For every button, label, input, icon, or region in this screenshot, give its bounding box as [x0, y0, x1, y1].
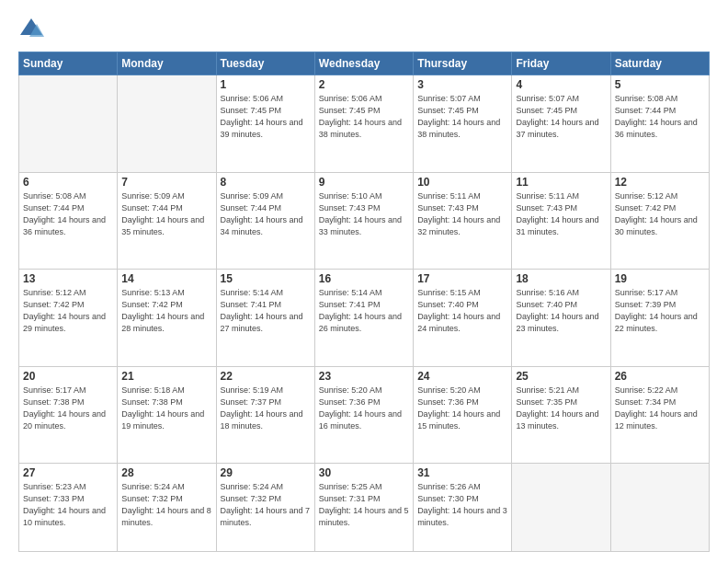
day-number: 14 — [121, 272, 211, 285]
calendar-table: SundayMondayTuesdayWednesdayThursdayFrid… — [18, 52, 710, 552]
calendar-cell: 2 Sunrise: 5:06 AM Sunset: 7:45 PM Dayli… — [314, 75, 413, 173]
calendar-cell: 3 Sunrise: 5:07 AM Sunset: 7:45 PM Dayli… — [414, 75, 512, 173]
day-number: 20 — [23, 370, 113, 383]
calendar-cell — [512, 464, 610, 552]
day-number: 22 — [221, 370, 311, 383]
calendar-week-1: 1 Sunrise: 5:06 AM Sunset: 7:45 PM Dayli… — [19, 75, 710, 173]
calendar-cell: 1 Sunrise: 5:06 AM Sunset: 7:45 PM Dayli… — [216, 75, 314, 173]
calendar-cell: 9 Sunrise: 5:10 AM Sunset: 7:43 PM Dayli… — [314, 172, 413, 270]
calendar-cell: 22 Sunrise: 5:19 AM Sunset: 7:37 PM Dayl… — [216, 366, 314, 464]
day-info: Sunrise: 5:24 AM Sunset: 7:32 PM Dayligh… — [221, 481, 311, 529]
calendar-cell: 30 Sunrise: 5:25 AM Sunset: 7:31 PM Dayl… — [314, 464, 413, 552]
day-info: Sunrise: 5:06 AM Sunset: 7:45 PM Dayligh… — [319, 93, 409, 141]
calendar-header-monday: Monday — [118, 52, 216, 75]
calendar-cell: 6 Sunrise: 5:08 AM Sunset: 7:44 PM Dayli… — [19, 172, 118, 270]
calendar-header-wednesday: Wednesday — [314, 52, 413, 75]
day-info: Sunrise: 5:24 AM Sunset: 7:32 PM Dayligh… — [121, 481, 211, 529]
day-number: 8 — [221, 176, 311, 189]
calendar-header-row: SundayMondayTuesdayWednesdayThursdayFrid… — [19, 52, 710, 75]
day-number: 31 — [417, 466, 507, 479]
header — [18, 17, 710, 42]
day-info: Sunrise: 5:14 AM Sunset: 7:41 PM Dayligh… — [319, 287, 409, 335]
day-info: Sunrise: 5:15 AM Sunset: 7:40 PM Dayligh… — [417, 287, 507, 335]
day-info: Sunrise: 5:06 AM Sunset: 7:45 PM Dayligh… — [221, 93, 311, 141]
day-number: 5 — [615, 78, 705, 91]
day-number: 11 — [516, 176, 606, 189]
day-info: Sunrise: 5:13 AM Sunset: 7:42 PM Dayligh… — [121, 287, 211, 335]
day-number: 21 — [121, 370, 211, 383]
day-info: Sunrise: 5:07 AM Sunset: 7:45 PM Dayligh… — [417, 93, 507, 141]
calendar-cell: 10 Sunrise: 5:11 AM Sunset: 7:43 PM Dayl… — [414, 172, 512, 270]
calendar-cell: 17 Sunrise: 5:15 AM Sunset: 7:40 PM Dayl… — [414, 270, 512, 367]
calendar-cell: 23 Sunrise: 5:20 AM Sunset: 7:36 PM Dayl… — [314, 366, 413, 464]
day-info: Sunrise: 5:08 AM Sunset: 7:44 PM Dayligh… — [23, 190, 113, 238]
calendar-week-2: 6 Sunrise: 5:08 AM Sunset: 7:44 PM Dayli… — [19, 172, 710, 270]
day-number: 1 — [221, 78, 311, 91]
day-info: Sunrise: 5:20 AM Sunset: 7:36 PM Dayligh… — [319, 385, 409, 432]
day-number: 23 — [319, 370, 409, 383]
calendar-cell: 24 Sunrise: 5:20 AM Sunset: 7:36 PM Dayl… — [414, 366, 512, 464]
calendar-week-4: 20 Sunrise: 5:17 AM Sunset: 7:38 PM Dayl… — [19, 366, 710, 464]
day-number: 10 — [417, 176, 507, 189]
calendar-cell: 15 Sunrise: 5:14 AM Sunset: 7:41 PM Dayl… — [216, 270, 314, 367]
calendar-cell: 19 Sunrise: 5:17 AM Sunset: 7:39 PM Dayl… — [610, 270, 709, 367]
day-number: 6 — [23, 176, 113, 189]
calendar-cell: 21 Sunrise: 5:18 AM Sunset: 7:38 PM Dayl… — [118, 366, 216, 464]
day-number: 12 — [615, 176, 705, 189]
calendar-cell: 13 Sunrise: 5:12 AM Sunset: 7:42 PM Dayl… — [19, 270, 118, 367]
day-info: Sunrise: 5:07 AM Sunset: 7:45 PM Dayligh… — [516, 93, 606, 141]
day-info: Sunrise: 5:12 AM Sunset: 7:42 PM Dayligh… — [23, 287, 113, 335]
calendar-cell: 28 Sunrise: 5:24 AM Sunset: 7:32 PM Dayl… — [118, 464, 216, 552]
calendar-cell — [19, 75, 118, 173]
calendar-header-thursday: Thursday — [414, 52, 512, 75]
day-info: Sunrise: 5:18 AM Sunset: 7:38 PM Dayligh… — [121, 385, 211, 432]
day-info: Sunrise: 5:23 AM Sunset: 7:33 PM Dayligh… — [23, 481, 113, 529]
day-info: Sunrise: 5:14 AM Sunset: 7:41 PM Dayligh… — [221, 287, 311, 335]
calendar-cell: 31 Sunrise: 5:26 AM Sunset: 7:30 PM Dayl… — [414, 464, 512, 552]
day-number: 25 — [516, 370, 606, 383]
calendar-cell: 12 Sunrise: 5:12 AM Sunset: 7:42 PM Dayl… — [610, 172, 709, 270]
calendar-cell: 25 Sunrise: 5:21 AM Sunset: 7:35 PM Dayl… — [512, 366, 610, 464]
calendar-cell — [118, 75, 216, 173]
calendar-cell: 5 Sunrise: 5:08 AM Sunset: 7:44 PM Dayli… — [610, 75, 709, 173]
day-info: Sunrise: 5:10 AM Sunset: 7:43 PM Dayligh… — [319, 190, 409, 238]
day-info: Sunrise: 5:19 AM Sunset: 7:37 PM Dayligh… — [221, 385, 311, 432]
day-info: Sunrise: 5:20 AM Sunset: 7:36 PM Dayligh… — [417, 385, 507, 432]
page: SundayMondayTuesdayWednesdayThursdayFrid… — [0, 0, 728, 563]
day-number: 3 — [417, 78, 507, 91]
logo-icon — [18, 17, 44, 42]
calendar-cell — [610, 464, 709, 552]
calendar-cell: 18 Sunrise: 5:16 AM Sunset: 7:40 PM Dayl… — [512, 270, 610, 367]
day-number: 30 — [319, 466, 409, 479]
day-info: Sunrise: 5:12 AM Sunset: 7:42 PM Dayligh… — [615, 190, 705, 238]
calendar-cell: 8 Sunrise: 5:09 AM Sunset: 7:44 PM Dayli… — [216, 172, 314, 270]
logo — [18, 17, 48, 42]
day-info: Sunrise: 5:25 AM Sunset: 7:31 PM Dayligh… — [319, 481, 409, 529]
day-number: 17 — [417, 272, 507, 285]
calendar-cell: 29 Sunrise: 5:24 AM Sunset: 7:32 PM Dayl… — [216, 464, 314, 552]
calendar-cell: 4 Sunrise: 5:07 AM Sunset: 7:45 PM Dayli… — [512, 75, 610, 173]
calendar-header-saturday: Saturday — [610, 52, 709, 75]
calendar-cell: 11 Sunrise: 5:11 AM Sunset: 7:43 PM Dayl… — [512, 172, 610, 270]
calendar-cell: 7 Sunrise: 5:09 AM Sunset: 7:44 PM Dayli… — [118, 172, 216, 270]
day-number: 9 — [319, 176, 409, 189]
calendar-cell: 26 Sunrise: 5:22 AM Sunset: 7:34 PM Dayl… — [610, 366, 709, 464]
day-number: 15 — [221, 272, 311, 285]
day-info: Sunrise: 5:17 AM Sunset: 7:38 PM Dayligh… — [23, 385, 113, 432]
calendar-cell: 16 Sunrise: 5:14 AM Sunset: 7:41 PM Dayl… — [314, 270, 413, 367]
day-number: 4 — [516, 78, 606, 91]
day-number: 24 — [417, 370, 507, 383]
day-info: Sunrise: 5:11 AM Sunset: 7:43 PM Dayligh… — [417, 190, 507, 238]
calendar-header-friday: Friday — [512, 52, 610, 75]
day-number: 28 — [121, 466, 211, 479]
day-number: 27 — [23, 466, 113, 479]
day-info: Sunrise: 5:16 AM Sunset: 7:40 PM Dayligh… — [516, 287, 606, 335]
day-number: 26 — [615, 370, 705, 383]
day-info: Sunrise: 5:09 AM Sunset: 7:44 PM Dayligh… — [221, 190, 311, 238]
calendar-cell: 14 Sunrise: 5:13 AM Sunset: 7:42 PM Dayl… — [118, 270, 216, 367]
day-number: 29 — [221, 466, 311, 479]
day-info: Sunrise: 5:26 AM Sunset: 7:30 PM Dayligh… — [417, 481, 507, 529]
day-info: Sunrise: 5:21 AM Sunset: 7:35 PM Dayligh… — [516, 385, 606, 432]
day-info: Sunrise: 5:09 AM Sunset: 7:44 PM Dayligh… — [121, 190, 211, 238]
day-number: 7 — [121, 176, 211, 189]
